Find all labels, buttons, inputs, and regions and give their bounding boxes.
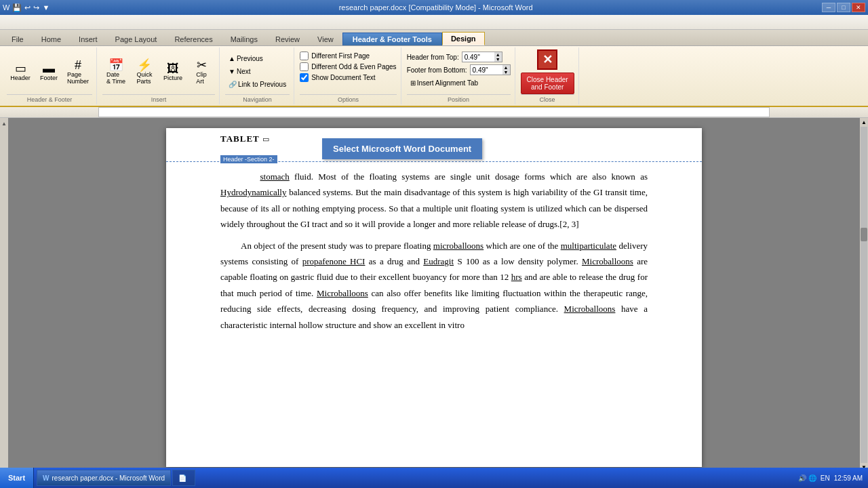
quick-parts-button[interactable]: ⚡ QuickParts: [131, 57, 158, 87]
sidebar-arrow-up[interactable]: ▲: [1, 121, 7, 127]
date-time-button[interactable]: 📅 Date& Time: [102, 57, 130, 87]
footer-button[interactable]: ▬ Footer: [35, 60, 62, 83]
header-from-top-up[interactable]: ▲: [494, 52, 502, 57]
picture-button[interactable]: 🖼 Picture: [159, 60, 186, 83]
previous-icon: ▲: [229, 55, 235, 62]
tab-review[interactable]: Review: [267, 33, 309, 45]
tab-mailings[interactable]: Mailings: [222, 33, 267, 45]
tab-design[interactable]: Design: [442, 32, 485, 45]
quick-parts-label: QuickParts: [137, 71, 153, 85]
title-bar: W 💾 ↩ ↪ ▼ research paper.docx [Compatibi…: [0, 0, 868, 15]
maximize-button[interactable]: □: [837, 3, 850, 12]
footer-from-bottom-down[interactable]: ▼: [502, 70, 510, 75]
show-doc-text-check[interactable]: Show Document Text: [300, 73, 396, 82]
tab-insert[interactable]: Insert: [70, 33, 106, 45]
tab-file[interactable]: File: [3, 33, 33, 45]
taskbar-time: 12:59 AM: [834, 474, 863, 482]
taskbar-item-word[interactable]: W research paper.docx - Microsoft Word: [37, 470, 171, 486]
footer-label: Footer: [40, 75, 58, 81]
microballoons-word-4: Microballoons: [564, 304, 616, 314]
title-bar-left: W 💾 ↩ ↪ ▼: [3, 3, 50, 12]
taskbar: Start W research paper.docx - Microsoft …: [0, 468, 868, 488]
taskbar-right: 🔊 🌐 EN 12:59 AM: [793, 474, 868, 482]
insert-alignment-tab-icon: ⊞: [410, 79, 416, 87]
page-number-button[interactable]: # PageNumber: [64, 57, 92, 87]
footer-from-bottom-up[interactable]: ▲: [502, 65, 510, 70]
word-icon: W: [3, 3, 9, 12]
tab-home[interactable]: Home: [33, 33, 70, 45]
taskbar-icons: 🔊 🌐: [798, 474, 816, 482]
close-x-symbol: ✕: [542, 52, 553, 67]
header-button[interactable]: ▭ Header: [7, 60, 34, 83]
ribbon-close-items: ✕ Close Headerand Footer: [521, 49, 574, 94]
different-first-page-label: Different First Page: [311, 52, 370, 60]
footer-icon: ▬: [43, 62, 55, 75]
taskbar-language: EN: [821, 474, 830, 482]
clip-art-button[interactable]: ✂ ClipArt: [188, 57, 215, 87]
quick-dropdown[interactable]: ▼: [42, 3, 50, 12]
right-scrollbar[interactable]: ▲ ▼: [860, 118, 868, 472]
menu-bar: [0, 15, 868, 30]
select-doc-tooltip[interactable]: Select Microsoft Word Document: [322, 138, 482, 159]
tab-view[interactable]: View: [309, 33, 342, 45]
header-from-top-value: 0.49": [462, 53, 494, 62]
next-button[interactable]: ▼ Next: [225, 66, 254, 77]
header-from-top-down[interactable]: ▼: [494, 57, 502, 62]
taskbar-word-label: research paper.docx - Microsoft Word: [52, 474, 165, 482]
start-button[interactable]: Start: [0, 468, 34, 488]
different-odd-even-input[interactable]: [300, 62, 309, 71]
link-previous-button[interactable]: 🔗 Link to Previous: [225, 79, 290, 90]
different-odd-even-check[interactable]: Different Odd & Even Pages: [300, 62, 396, 71]
different-first-page-input[interactable]: [300, 52, 309, 60]
header-label: Header: [10, 75, 31, 81]
header-from-top-label: Header from Top:: [407, 54, 459, 61]
ribbon-position-items: Header from Top: 0.49" ▲ ▼ Footer from B…: [407, 49, 511, 92]
scroll-thumb[interactable]: [861, 228, 867, 241]
multiparticulate-word: multiparticulate: [561, 241, 616, 251]
document-page: TABLET ▭ Select Microsoft Word Document …: [166, 128, 702, 467]
header-from-top-spinner[interactable]: 0.49" ▲ ▼: [462, 52, 502, 62]
header-section[interactable]: TABLET ▭ Select Microsoft Word Document …: [166, 128, 702, 162]
ribbon-group-insert: 📅 Date& Time ⚡ QuickParts 🖼 Picture ✂ Cl…: [98, 47, 220, 104]
scroll-up-arrow[interactable]: ▲: [860, 118, 868, 127]
stomach-word: stomach: [260, 171, 289, 182]
tab-header-footer-tools[interactable]: Header & Footer Tools: [342, 33, 442, 45]
footer-from-bottom-arrows[interactable]: ▲ ▼: [502, 65, 510, 75]
previous-label: Previous: [237, 55, 263, 62]
microballoons-word-1: microballoons: [433, 241, 484, 251]
document-area: ▲ TABLET ▭ Select Microsoft Word Documen…: [0, 118, 868, 472]
scroll-track[interactable]: [861, 127, 867, 463]
close-button[interactable]: ✕: [852, 3, 865, 12]
different-first-page-check[interactable]: Different First Page: [300, 52, 396, 60]
body-content: stomach fluid. Most of the floating syst…: [166, 162, 702, 345]
ribbon-group-label-position: Position: [407, 94, 511, 103]
propafenone-hci-word: propafenone HCI: [302, 256, 366, 266]
show-doc-text-input[interactable]: [300, 73, 309, 82]
window-title: research paper.docx [Compatibility Mode]…: [50, 3, 822, 12]
quick-undo[interactable]: ↩: [24, 3, 31, 12]
microballoons-word-3: Microballoons: [317, 288, 368, 298]
left-sidebar: ▲: [0, 118, 8, 472]
ribbon-insert-items: 📅 Date& Time ⚡ QuickParts 🖼 Picture ✂ Cl…: [102, 49, 215, 94]
taskbar-items: W research paper.docx - Microsoft Word 📄: [34, 468, 793, 487]
footer-from-bottom-row: Footer from Bottom: 0.49" ▲ ▼: [407, 64, 511, 75]
quick-save[interactable]: 💾: [12, 3, 22, 12]
close-header-footer-button[interactable]: Close Headerand Footer: [521, 73, 574, 94]
page-number-label: PageNumber: [67, 71, 89, 85]
insert-alignment-tab-button[interactable]: ⊞ Insert Alignment Tab: [407, 77, 511, 89]
date-time-label: Date& Time: [106, 71, 125, 85]
taskbar-item-other[interactable]: 📄: [172, 470, 195, 486]
paragraph-1: stomach fluid. Most of the floating syst…: [220, 169, 648, 232]
eudragit-word: Eudragit: [423, 256, 454, 266]
minimize-button[interactable]: ─: [822, 3, 835, 12]
ribbon: ▭ Header ▬ Footer # PageNumber Header & …: [0, 46, 868, 107]
quick-redo[interactable]: ↪: [33, 3, 39, 12]
footer-from-bottom-spinner[interactable]: 0.49" ▲ ▼: [470, 64, 511, 75]
header-from-top-arrows[interactable]: ▲ ▼: [494, 52, 502, 62]
select-doc-text: Select Microsoft Word Document: [333, 144, 471, 154]
tab-references[interactable]: References: [165, 33, 221, 45]
ribbon-group-label-insert: Insert: [102, 94, 215, 103]
ruler-inner: [98, 107, 770, 117]
previous-button[interactable]: ▲ Previous: [225, 53, 267, 64]
tab-page-layout[interactable]: Page Layout: [106, 33, 166, 45]
